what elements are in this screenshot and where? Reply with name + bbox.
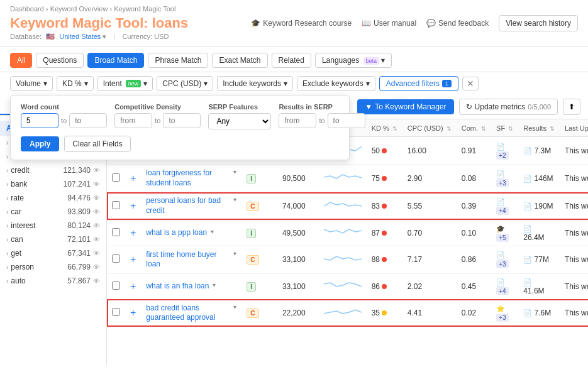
tab-questions[interactable]: Questions	[36, 53, 84, 68]
add-keyword-icon[interactable]: +	[130, 173, 136, 183]
keyword-research-link[interactable]: 🎓 Keyword Research course	[251, 19, 352, 28]
tab-phrase-match[interactable]: Phrase Match	[148, 53, 208, 68]
sf-badge[interactable]: +3	[496, 179, 508, 187]
results-cell: 📄 26.4M	[518, 220, 560, 246]
sf-cell: 📄 +3	[491, 246, 518, 273]
kd-cell: 83	[367, 192, 402, 220]
apply-button[interactable]: Apply	[21, 136, 59, 151]
tab-all[interactable]: All	[10, 53, 32, 68]
results-to-input[interactable]	[328, 113, 365, 128]
add-keyword-icon[interactable]: +	[130, 307, 136, 318]
keyword-expand-icon[interactable]: ▾	[233, 168, 236, 175]
word-count-group: Word count to	[21, 103, 107, 128]
sf-badge[interactable]: +2	[496, 151, 508, 160]
sidebar-item[interactable]: › person 66,799 👁	[0, 260, 106, 274]
clear-fields-button[interactable]: Clear all Fields	[64, 136, 130, 152]
row-checkbox[interactable]	[112, 281, 120, 290]
keyword-link[interactable]: bad credit loans guaranteed approval	[146, 303, 230, 323]
volume-cell: 74,000	[277, 192, 319, 220]
sidebar-item[interactable]: › bank 107,241 👁	[0, 177, 106, 191]
to-keyword-manager-button[interactable]: ▼ To Keyword Manager	[357, 99, 453, 114]
intent-cell: C	[241, 192, 277, 220]
volume-filter[interactable]: Volume ▾	[10, 76, 53, 91]
exclude-keywords-filter[interactable]: Exclude keywords ▾	[297, 76, 375, 91]
keyword-link[interactable]: personal loans for bad credit	[146, 196, 230, 216]
tab-languages[interactable]: Languages beta ▾	[315, 53, 392, 68]
user-manual-link[interactable]: 📖 User manual	[362, 19, 416, 28]
country-link[interactable]: United States	[59, 33, 101, 40]
keyword-expand-icon[interactable]: ▾	[233, 250, 236, 257]
sf-badge[interactable]: +3	[496, 314, 508, 322]
word-count-to-input[interactable]	[69, 113, 107, 128]
sidebar-item[interactable]: › can 72,101 👁	[0, 232, 106, 246]
sf-badge[interactable]: +3	[496, 260, 508, 268]
advanced-filters-button[interactable]: Advanced filters 1	[379, 76, 458, 91]
kd-filter[interactable]: KD % ▾	[57, 76, 94, 91]
chevron-right-icon: ›	[6, 278, 8, 285]
row-checkbox[interactable]	[112, 228, 120, 236]
breadcrumb: Dashboard › Keyword Overview › Keyword M…	[10, 5, 188, 13]
sidebar-item[interactable]: › car 93,809 👁	[0, 205, 106, 219]
tab-related[interactable]: Related	[272, 53, 311, 68]
sf-badge[interactable]: +4	[496, 287, 508, 295]
kd-dot	[382, 310, 387, 315]
serp-features-select[interactable]: Any	[208, 113, 271, 129]
intent-filter[interactable]: Intent new ▾	[97, 76, 153, 91]
keyword-link[interactable]: loan forgiveness for student loans	[146, 168, 230, 188]
com-cell: 0.02	[457, 299, 491, 327]
word-count-inputs: to	[21, 113, 107, 128]
last-update-cell: This week ↻	[560, 165, 588, 192]
keyword-expand-icon[interactable]: ▾	[233, 303, 236, 310]
sidebar-item[interactable]: › rate 94,476 👁	[0, 191, 106, 205]
results-from-input[interactable]	[279, 113, 316, 128]
keyword-link[interactable]: what is a ppp loan	[146, 228, 207, 238]
sidebar-item[interactable]: › auto 57,867 👁	[0, 274, 106, 288]
row-checkbox[interactable]	[112, 308, 120, 316]
close-advanced-button[interactable]: ✕	[462, 77, 479, 90]
keyword-link[interactable]: what is an fha loan	[146, 281, 209, 292]
results-serp-group: Results in SERP to	[279, 103, 365, 128]
serp-features-inputs: Any	[208, 113, 271, 129]
send-feedback-link[interactable]: 💬 Send feedback	[426, 19, 489, 28]
intent-badge: C	[247, 202, 258, 211]
intent-new-badge: new	[126, 80, 141, 87]
comp-from-input[interactable]	[114, 113, 152, 128]
serp-features-label: SERP Features	[208, 103, 271, 111]
row-checkbox[interactable]	[112, 201, 120, 209]
sf-badge[interactable]: +4	[496, 207, 508, 215]
results-cell: 📄 190M	[518, 192, 560, 220]
add-keyword-icon[interactable]: +	[130, 227, 136, 238]
volume-cell: 49,500	[277, 220, 319, 246]
tab-broad-match[interactable]: Broad Match	[87, 53, 144, 68]
tab-exact-match[interactable]: Exact Match	[212, 53, 267, 68]
word-count-from-input[interactable]	[21, 113, 58, 128]
sidebar-keyword: interest	[11, 221, 35, 230]
include-keywords-filter[interactable]: Include keywords ▾	[217, 76, 293, 91]
add-keyword-icon[interactable]: +	[130, 200, 136, 211]
sidebar-count: 67,341 👁	[67, 249, 100, 258]
last-update-cell: This week ↻	[560, 273, 588, 299]
comp-to-input[interactable]	[163, 113, 201, 128]
sidebar-item[interactable]: › get 67,341 👁	[0, 246, 106, 260]
sf-badge[interactable]: +5	[496, 234, 508, 242]
keyword-link[interactable]: first time home buyer loan	[146, 250, 230, 270]
sidebar-item[interactable]: › credit 121,340 👁	[0, 163, 106, 177]
chevron-right-icon: ›	[6, 195, 8, 202]
keyword-expand-icon[interactable]: ▾	[213, 281, 216, 288]
keyword-expand-icon[interactable]: ▾	[233, 196, 236, 203]
keyword-expand-icon[interactable]: ▾	[211, 228, 214, 235]
sidebar-item-left: › person	[6, 263, 34, 271]
cpc-cell: 4.41	[402, 299, 457, 327]
view-search-history-button[interactable]: View search history	[499, 15, 578, 31]
sidebar-item[interactable]: › interest 80,124 👁	[0, 219, 106, 232]
last-update-cell: This week ↻	[560, 137, 588, 165]
cpc-filter[interactable]: CPC (USD) ▾	[157, 76, 213, 91]
add-keyword-icon[interactable]: +	[130, 281, 136, 292]
update-metrics-button[interactable]: ↻ Update metrics 0/5,000	[459, 99, 558, 115]
chat-icon: 💬	[426, 19, 436, 28]
add-keyword-icon[interactable]: +	[130, 254, 136, 265]
export-button[interactable]: ⬆	[563, 99, 580, 115]
row-checkbox[interactable]	[112, 173, 120, 182]
row-checkbox[interactable]	[112, 254, 120, 263]
intent-badge: C	[247, 309, 258, 318]
